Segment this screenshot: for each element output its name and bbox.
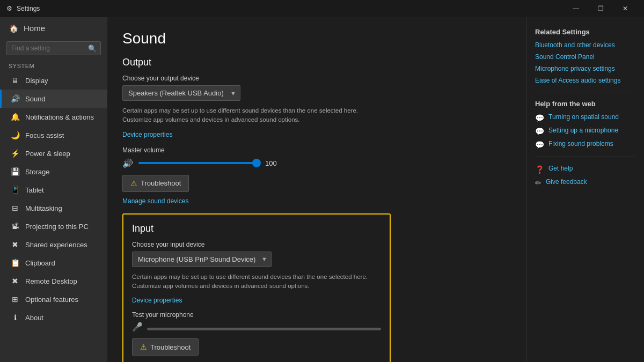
output-device-select[interactable]: Speakers (Realtek USB Audio) — [122, 85, 240, 101]
input-section-title: Input — [132, 223, 381, 234]
home-icon: 🏠 — [9, 24, 18, 33]
output-info-text: Certain apps may be set up to use differ… — [122, 106, 385, 125]
help-link-microphone[interactable]: Setting up a microphone — [548, 127, 618, 134]
output-device-label: Choose your output device — [122, 75, 511, 82]
volume-slider-track[interactable] — [138, 162, 257, 164]
get-help-item: ❓ Get help — [535, 165, 635, 174]
speech-bubble-icon-2: 💬 — [535, 127, 544, 136]
help-item-fixing: 💬 Fixing sound problems — [535, 140, 635, 149]
sidebar-item-multitasking[interactable]: ⊟ Multitasking — [0, 199, 107, 217]
help-link-fixing[interactable]: Fixing sound problems — [548, 140, 613, 147]
speech-bubble-icon-3: 💬 — [535, 141, 544, 149]
get-help-link[interactable]: Get help — [548, 165, 573, 172]
app-body: 🏠 Home 🔍 System 🖥 Display 🔊 Sound 🔔 Noti… — [0, 17, 644, 362]
mic-test-section: Test your microphone 🎤 — [132, 311, 381, 332]
optional-icon: ⊞ — [10, 295, 20, 304]
sidebar-item-sound[interactable]: 🔊 Sound — [0, 90, 107, 108]
multitasking-icon: ⊟ — [10, 204, 20, 212]
right-panel: Related Settings Bluetooth and other dev… — [526, 17, 644, 362]
right-divider — [535, 92, 635, 92]
projecting-icon: 📽 — [10, 222, 20, 231]
restore-button[interactable]: ❐ — [588, 0, 613, 17]
output-device-dropdown-wrapper: Speakers (Realtek USB Audio) ▼ — [122, 85, 240, 101]
sidebar-item-tablet[interactable]: 📱 Tablet — [0, 181, 107, 199]
settings-icon: ⚙ — [6, 5, 12, 12]
right-divider-2 — [535, 157, 635, 157]
volume-row: 🔊 100 — [122, 158, 511, 168]
input-warning-icon: ⚠ — [140, 343, 147, 351]
mic-test-bar — [147, 328, 381, 330]
sidebar-item-shared[interactable]: ✖ Shared experiences — [0, 235, 107, 254]
about-icon: ℹ — [10, 313, 20, 322]
related-link-sound-control[interactable]: Sound Control Panel — [535, 53, 635, 61]
help-from-web-title: Help from the web — [535, 100, 635, 108]
output-section-title: Output — [122, 57, 511, 68]
sidebar-section-label: System — [0, 60, 107, 71]
help-item-spatial: 💬 Turning on spatial sound — [535, 113, 635, 122]
power-icon: ⚡ — [10, 149, 20, 158]
main-content: Sound Output Choose your output device S… — [107, 17, 526, 362]
sidebar-item-focus[interactable]: 🌙 Focus assist — [0, 126, 107, 144]
volume-label: Master volume — [122, 146, 511, 154]
volume-section: Master volume 🔊 100 — [122, 146, 511, 168]
mic-test-row: 🎤 — [132, 322, 381, 332]
input-section: Input Choose your input device Microphon… — [122, 213, 391, 363]
tablet-icon: 📱 — [10, 186, 20, 194]
give-feedback-link[interactable]: Give feedback — [546, 178, 587, 186]
input-device-label: Choose your input device — [132, 241, 381, 248]
display-icon: 🖥 — [10, 76, 20, 85]
output-troubleshoot-button[interactable]: ⚠ Troubleshoot — [122, 175, 189, 192]
sidebar-home[interactable]: 🏠 Home — [0, 17, 107, 39]
sidebar-search: 🔍 — [6, 41, 101, 55]
volume-slider-fill — [138, 162, 257, 164]
get-help-icon: ❓ — [535, 165, 544, 174]
mic-test-label: Test your microphone — [132, 311, 381, 319]
help-item-microphone: 💬 Setting up a microphone — [535, 127, 635, 136]
related-link-ease-of-access[interactable]: Ease of Access audio settings — [535, 77, 635, 84]
clipboard-icon: 📋 — [10, 258, 20, 267]
input-device-dropdown-wrapper: Microphone (USB PnP Sound Device) ▼ — [132, 252, 272, 267]
notifications-icon: 🔔 — [10, 113, 20, 121]
sidebar-item-clipboard[interactable]: 📋 Clipboard — [0, 254, 107, 272]
volume-slider-thumb — [252, 159, 261, 167]
sidebar-item-optional[interactable]: ⊞ Optional features — [0, 290, 107, 308]
related-link-microphone-privacy[interactable]: Microphone privacy settings — [535, 65, 635, 72]
sidebar: 🏠 Home 🔍 System 🖥 Display 🔊 Sound 🔔 Noti… — [0, 17, 107, 362]
volume-icon: 🔊 — [122, 158, 133, 168]
minimize-button[interactable]: — — [564, 0, 588, 17]
storage-icon: 💾 — [10, 167, 20, 176]
give-feedback-item: ✏ Give feedback — [535, 178, 635, 187]
volume-value: 100 — [265, 159, 277, 167]
page-title: Sound — [122, 30, 511, 47]
feedback-icon: ✏ — [535, 179, 541, 187]
search-input[interactable] — [6, 41, 101, 55]
title-bar: ⚙ Settings — ❐ ✕ — [0, 0, 644, 17]
microphone-icon: 🎤 — [132, 322, 143, 332]
search-icon: 🔍 — [88, 45, 97, 53]
sidebar-item-display[interactable]: 🖥 Display — [0, 71, 107, 90]
focus-icon: 🌙 — [10, 131, 20, 139]
output-manage-sound-devices-link[interactable]: Manage sound devices — [122, 197, 511, 205]
sidebar-item-remote[interactable]: ✖ Remote Desktop — [0, 272, 107, 290]
sidebar-item-storage[interactable]: 💾 Storage — [0, 162, 107, 181]
related-link-bluetooth[interactable]: Bluetooth and other devices — [535, 41, 635, 49]
title-bar-title: ⚙ Settings — [6, 5, 40, 12]
window-controls: — ❐ ✕ — [564, 0, 638, 17]
close-button[interactable]: ✕ — [613, 0, 638, 17]
related-settings-title: Related Settings — [535, 28, 635, 36]
sidebar-item-projecting[interactable]: 📽 Projecting to this PC — [0, 217, 107, 235]
speech-bubble-icon-1: 💬 — [535, 114, 544, 122]
output-warning-icon: ⚠ — [130, 179, 137, 188]
input-troubleshoot-button[interactable]: ⚠ Troubleshoot — [132, 338, 199, 356]
shared-icon: ✖ — [10, 240, 20, 249]
sidebar-item-power[interactable]: ⚡ Power & sleep — [0, 144, 107, 162]
help-link-spatial[interactable]: Turning on spatial sound — [548, 113, 619, 121]
input-device-select[interactable]: Microphone (USB PnP Sound Device) — [132, 252, 272, 267]
sound-icon: 🔊 — [10, 94, 20, 103]
sidebar-item-about[interactable]: ℹ About — [0, 308, 107, 327]
input-device-properties-link[interactable]: Device properties — [132, 297, 182, 304]
output-device-properties-link[interactable]: Device properties — [122, 131, 172, 138]
input-info-text: Certain apps may be set up to use differ… — [132, 272, 381, 291]
remote-icon: ✖ — [10, 277, 20, 285]
sidebar-item-notifications[interactable]: 🔔 Notifications & actions — [0, 108, 107, 126]
